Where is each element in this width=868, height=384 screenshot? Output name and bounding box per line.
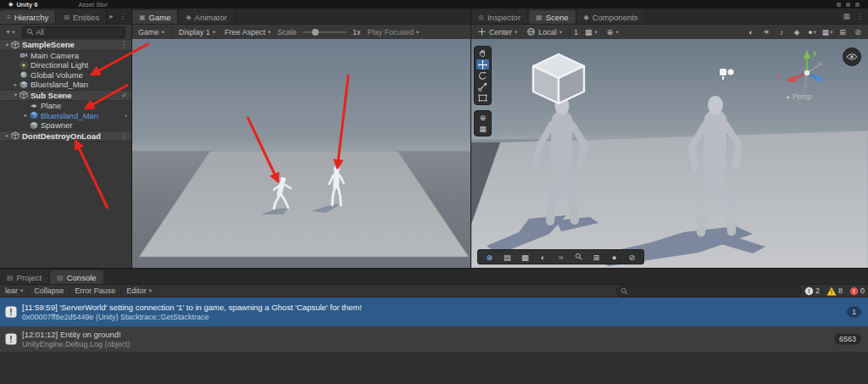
log-entry[interactable]: ! [12:01:12] Entity on ground! UnityEngi… xyxy=(0,326,868,353)
slider-knob[interactable] xyxy=(312,29,319,36)
scene-audio-button[interactable]: ♪ xyxy=(775,26,788,37)
hierarchy-item-main-camera[interactable]: Main Camera xyxy=(0,51,131,61)
grid-dropdown[interactable]: ▦ ▾ xyxy=(582,28,600,36)
subscene-cube-gizmo[interactable] xyxy=(533,54,584,103)
shading-mode-button[interactable]: ◐ xyxy=(744,26,758,37)
error-pause-button[interactable]: Error Pause xyxy=(70,285,121,297)
scene-panel: ◎ Inspector ▦ Scene ◆ Components ▦ ⋮ Cen… xyxy=(471,8,868,268)
panel-menu-icon[interactable]: ⋮ xyxy=(856,12,864,20)
hierarchy-item-spawner[interactable]: Spawner xyxy=(0,120,131,131)
gizmo-toggle-icon[interactable]: ⊞ xyxy=(587,253,605,262)
caret-down-icon: ▾ xyxy=(162,29,164,36)
scale-slider[interactable] xyxy=(303,31,347,33)
expander-icon[interactable]: ▸ xyxy=(12,81,19,88)
expander-icon[interactable]: ▾ xyxy=(3,42,11,48)
persp-label[interactable]: Persp xyxy=(793,92,811,101)
scene-lighting-button[interactable]: ☀ xyxy=(760,26,773,37)
rect-tool[interactable] xyxy=(476,92,489,103)
audio-gizmo-icon[interactable] xyxy=(720,69,734,80)
caret-down-icon: ▾ xyxy=(213,29,215,36)
pan-icon[interactable]: ⊕ xyxy=(481,253,498,262)
caret-down-icon: ▾ xyxy=(595,29,598,36)
log-entry[interactable]: ! [11:59:59] 'ServerWorld' setting conne… xyxy=(0,298,868,326)
grid-size-value[interactable]: 1 xyxy=(574,28,578,36)
pivot-dropdown[interactable]: Center ▾ xyxy=(475,27,520,36)
expander-icon[interactable]: ▸ xyxy=(22,112,30,119)
scene-visibility-button[interactable] xyxy=(843,47,861,66)
hierarchy-item-global-volume[interactable]: Global Volume xyxy=(0,70,131,81)
error-count[interactable]: ! 0 xyxy=(846,287,868,296)
warning-count[interactable]: ! 8 xyxy=(823,287,846,296)
camera-icon[interactable]: ● xyxy=(605,253,623,262)
panel-menu-icon[interactable]: ⋮ xyxy=(120,12,127,20)
window-controls[interactable] xyxy=(837,3,860,7)
count-value: 0 xyxy=(860,287,865,295)
tab-inspector[interactable]: ◎ Inspector xyxy=(471,10,528,24)
rotate-tool[interactable] xyxy=(476,70,489,81)
hidden-icon[interactable]: ⊘ xyxy=(623,253,641,262)
layers-icon[interactable]: ▤ xyxy=(498,253,516,262)
axis-gizmo[interactable]: y x xyxy=(776,48,824,90)
move-icon xyxy=(477,27,487,36)
transform-tool[interactable]: ⊕ xyxy=(476,113,489,123)
tab-animator[interactable]: ◈ Animator xyxy=(179,10,234,24)
tab-game[interactable]: ▣ Game xyxy=(132,10,178,24)
add-gameobject-button[interactable]: + ▾ xyxy=(3,28,18,36)
move-tool[interactable] xyxy=(476,59,489,70)
game-mode-dropdown[interactable]: Game ▾ xyxy=(136,28,167,36)
grid-toggle-icon[interactable]: ▦ xyxy=(516,253,534,262)
custom-tool[interactable]: ▦ xyxy=(476,124,489,134)
scene-effects-button[interactable]: ◈ xyxy=(790,26,804,37)
item-label: DontDestroyOnLoad xyxy=(22,131,101,141)
expander-icon[interactable]: ▾ xyxy=(12,92,19,98)
gizmos-dropdown[interactable]: ● ▾ xyxy=(805,26,819,37)
hand-tool[interactable] xyxy=(476,48,489,58)
overlay-dropdown[interactable]: ▦ ▾ xyxy=(821,26,834,37)
info-count[interactable]: ! 2 xyxy=(801,287,823,296)
clear-button[interactable]: lear ▾ xyxy=(0,285,29,297)
hierarchy-item-samplescene[interactable]: ▾ SampleScene ⋮ xyxy=(0,39,131,51)
display-dropdown[interactable]: Display 1 ▾ xyxy=(176,28,218,36)
tab-scroll-icon[interactable]: ▸ xyxy=(109,12,113,20)
search-icon xyxy=(620,287,628,295)
hierarchy-search-input[interactable]: All xyxy=(22,26,125,38)
scene-viewport[interactable]: y x ◂ Persp xyxy=(471,39,868,268)
asset-store-label: Asset Stor xyxy=(78,1,108,8)
tab-project[interactable]: ▤ Project xyxy=(0,270,49,284)
game-viewport[interactable] xyxy=(132,39,470,268)
aspect-dropdown[interactable]: Free Aspect ▾ xyxy=(222,28,273,36)
tab-scene[interactable]: ▦ Scene xyxy=(529,10,576,24)
snap-dropdown[interactable]: ⊕ ▾ xyxy=(604,28,621,36)
hierarchy-tree: ▾ SampleScene ⋮ Main Camera Directional … xyxy=(0,39,131,268)
prefab-open-icon[interactable]: › xyxy=(125,112,127,120)
hierarchy-item-dontdestroyonload[interactable]: ▸ DontDestroyOnLoad ⋮ xyxy=(0,131,131,142)
shading-icon[interactable]: ◐ xyxy=(534,253,552,262)
button-label: Collapse xyxy=(34,287,64,295)
hierarchy-item-blueisland-man-prefab[interactable]: ▸ BlueIsland_Man › xyxy=(0,111,131,121)
search-icon[interactable] xyxy=(570,253,587,262)
collapse-button[interactable]: Collapse xyxy=(29,285,70,297)
scale-tool[interactable] xyxy=(476,81,489,92)
play-focused-dropdown[interactable]: Play Focused ▾ xyxy=(364,28,421,36)
kebab-icon[interactable]: ⋮ xyxy=(120,132,127,140)
persp-arrow-icon[interactable]: ◂ xyxy=(786,93,789,101)
editor-dropdown[interactable]: Editor ▾ xyxy=(121,285,158,297)
tab-console[interactable]: ▤ Console xyxy=(50,270,103,284)
console-panel: ▤ Project ▤ Console lear ▾ Collapse Erro… xyxy=(0,268,868,384)
hidden-objects-button[interactable]: ⊘ xyxy=(851,26,865,37)
overlay-waves-icon[interactable]: ≈ xyxy=(552,253,570,262)
console-search-input[interactable] xyxy=(616,286,801,297)
orientation-dropdown[interactable]: Local ▾ xyxy=(524,27,565,36)
expander-icon[interactable]: ▸ xyxy=(3,132,11,139)
hierarchy-item-directional-light[interactable]: Directional Light xyxy=(0,60,131,70)
tab-components[interactable]: ◆ Components xyxy=(577,10,646,24)
hierarchy-item-blueisland-man[interactable]: ▸ BlueIsland_Man xyxy=(0,80,131,90)
check-icon[interactable]: ✓ xyxy=(121,92,127,99)
kebab-icon[interactable]: ⋮ xyxy=(120,41,127,48)
layout-icon[interactable]: ▦ xyxy=(843,12,849,20)
hierarchy-item-sub-scene[interactable]: ▾ Sub Scene ✓ xyxy=(0,90,131,102)
camera-settings-button[interactable]: ⊞ xyxy=(836,26,849,37)
tab-hierarchy[interactable]: ≡ Hierarchy xyxy=(0,10,56,24)
hierarchy-item-plane[interactable]: Plane xyxy=(0,101,131,111)
tab-entities[interactable]: ⊞ Entities xyxy=(57,10,107,24)
